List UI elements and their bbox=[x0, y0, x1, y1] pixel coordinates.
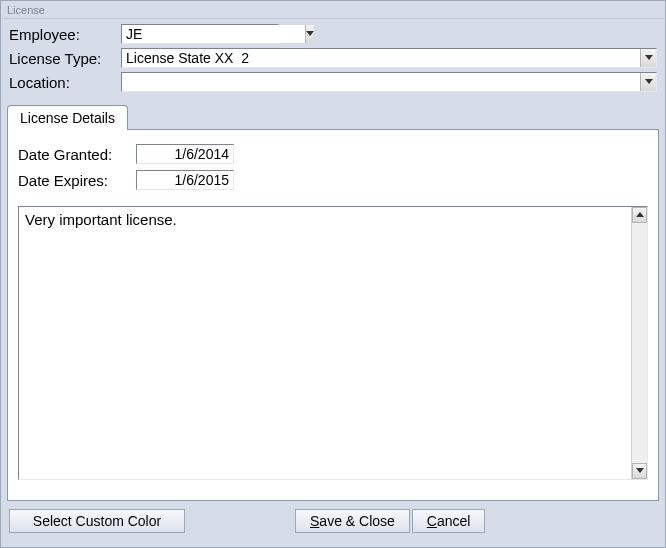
svg-marker-2 bbox=[645, 79, 653, 84]
cancel-button[interactable]: Cancel bbox=[412, 509, 486, 533]
svg-marker-0 bbox=[306, 31, 314, 36]
license-type-input[interactable] bbox=[122, 49, 640, 67]
save-close-mnemonic: S bbox=[310, 513, 319, 529]
location-combo[interactable] bbox=[121, 72, 657, 92]
dropdown-icon[interactable] bbox=[640, 73, 656, 91]
date-granted-field[interactable] bbox=[136, 144, 234, 164]
scroll-down-icon[interactable] bbox=[632, 463, 647, 479]
license-type-combo[interactable] bbox=[121, 48, 657, 68]
svg-marker-4 bbox=[636, 468, 644, 473]
tab-license-details[interactable]: License Details bbox=[7, 105, 128, 130]
dropdown-icon[interactable] bbox=[640, 49, 656, 67]
notes-container bbox=[18, 206, 648, 480]
tab-panel-details: Date Granted: Date Expires: bbox=[7, 129, 659, 501]
svg-marker-1 bbox=[645, 55, 653, 60]
save-close-button[interactable]: Save & Close bbox=[295, 509, 410, 533]
notes-textarea[interactable] bbox=[19, 207, 631, 479]
employee-row: Employee: bbox=[9, 23, 657, 45]
select-custom-color-button[interactable]: Select Custom Color bbox=[9, 509, 185, 533]
cancel-text: ancel bbox=[437, 513, 470, 529]
date-granted-label: Date Granted: bbox=[18, 146, 136, 163]
date-expires-field[interactable] bbox=[136, 170, 234, 190]
svg-marker-3 bbox=[636, 212, 644, 217]
license-type-label: License Type: bbox=[9, 50, 121, 67]
cancel-mnemonic: C bbox=[427, 513, 437, 529]
scroll-up-icon[interactable] bbox=[632, 207, 647, 223]
date-expires-label: Date Expires: bbox=[18, 172, 136, 189]
dropdown-icon[interactable] bbox=[305, 25, 314, 43]
employee-combo[interactable] bbox=[121, 24, 279, 44]
tab-strip: License Details bbox=[7, 103, 659, 129]
scrollbar[interactable] bbox=[631, 207, 647, 479]
license-type-row: License Type: bbox=[9, 47, 657, 69]
tabs-area: License Details Date Granted: Date Expir… bbox=[7, 103, 659, 501]
date-granted-row: Date Granted: bbox=[18, 142, 648, 166]
header-form: Employee: License Type: Location: bbox=[1, 19, 665, 97]
date-expires-row: Date Expires: bbox=[18, 168, 648, 192]
window-title: License bbox=[1, 1, 665, 19]
location-input[interactable] bbox=[122, 73, 640, 91]
save-close-text: ave & Close bbox=[319, 513, 394, 529]
employee-input[interactable] bbox=[122, 25, 305, 43]
employee-label: Employee: bbox=[9, 26, 121, 43]
button-bar: Select Custom Color Save & Close Cancel bbox=[1, 501, 665, 541]
license-window: License Employee: License Type: Location… bbox=[0, 0, 666, 548]
location-row: Location: bbox=[9, 71, 657, 93]
location-label: Location: bbox=[9, 74, 121, 91]
